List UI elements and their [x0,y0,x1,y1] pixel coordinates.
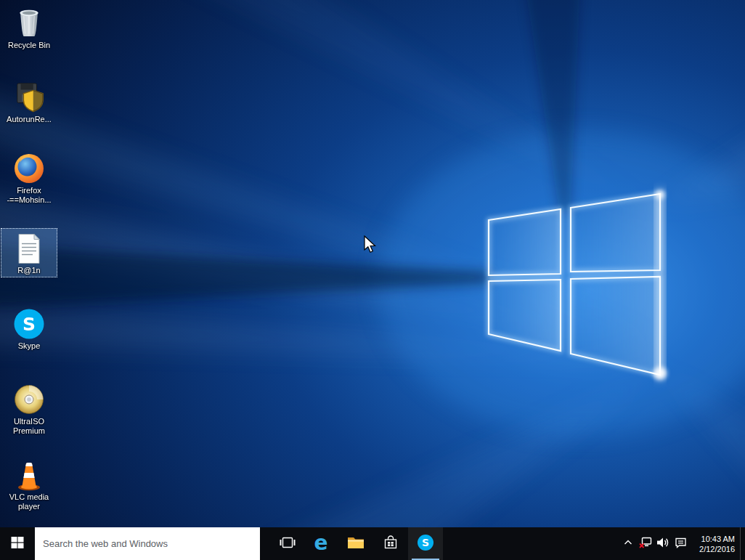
file-explorer-icon [347,535,365,552]
icon-label-line2: player [9,502,49,511]
desktop-icon-recycle-bin[interactable]: Recycle Bin [1,3,57,52]
icon-label: R@1n [17,266,40,275]
clock-date: 2/12/2016 [699,544,735,554]
taskbar-search-box[interactable] [35,527,260,560]
desktop-icon-autorun-remover[interactable]: AutorunRe... [1,77,57,126]
icon-label: VLC media [9,492,49,502]
vlc-cone-icon [13,456,45,491]
text-document-icon [17,230,41,264]
task-view-button[interactable] [272,527,304,560]
icon-label-line2: -==Mohsin... [7,195,51,205]
chevron-up-icon [623,537,633,550]
action-center-button[interactable] [672,527,689,560]
windows-store-button[interactable] [373,527,408,560]
wallpaper-image [0,0,745,560]
ultraiso-cd-icon [13,381,45,415]
icon-label: AutorunRe... [7,115,52,124]
icon-label: UltraISO [13,417,45,426]
clock-time: 10:43 AM [701,534,735,544]
desktop-icon-column: Recycle Bin AutorunRe... [0,0,61,527]
skype-taskbar-button[interactable]: S [408,527,443,560]
desktop-icon-vlc[interactable]: VLC mediaplayer [1,455,57,514]
desktop-icon-skype[interactable]: S Skype [1,304,57,353]
icon-label-line2: Premium [13,426,45,436]
search-input[interactable] [35,527,260,560]
network-disconnected-icon [639,537,652,551]
firefox-icon [13,150,45,184]
taskbar-empty-area[interactable] [443,527,619,560]
skype-letter: S [422,537,429,548]
skype-icon: S [417,534,434,553]
windows-logo-icon [11,536,24,551]
task-view-icon [280,535,296,552]
recycle-bin-icon [15,4,44,39]
show-desktop-button[interactable] [740,527,745,560]
taskbar: e [0,527,745,560]
network-status-button[interactable] [637,527,654,560]
skype-letter: S [23,314,36,335]
edge-letter: e [314,532,328,553]
edge-browser-button[interactable]: e [304,527,338,560]
desktop-icon-ultraiso[interactable]: UltraISOPremium [1,379,57,438]
edge-browser-icon: e [311,532,331,555]
start-button[interactable] [0,527,35,560]
skype-icon: S [13,305,45,340]
windows-store-icon [383,535,398,552]
icon-label: Recycle Bin [8,41,50,50]
icon-label: Firefox [7,186,51,195]
volume-button[interactable] [654,527,672,560]
autorun-remover-icon [14,78,44,113]
tray-show-hidden-icons-button[interactable] [619,527,637,560]
desktop-icon-r-at-1n[interactable]: R@1n [1,228,57,277]
icon-label: Skype [18,341,41,351]
file-explorer-button[interactable] [338,527,373,560]
desktop-icon-firefox[interactable]: Firefox-==Mohsin... [1,148,57,207]
action-center-icon [675,537,687,551]
volume-icon [656,537,669,551]
taskbar-clock[interactable]: 10:43 AM 2/12/2016 [689,527,740,560]
desktop[interactable]: Recycle Bin AutorunRe... [0,0,745,560]
